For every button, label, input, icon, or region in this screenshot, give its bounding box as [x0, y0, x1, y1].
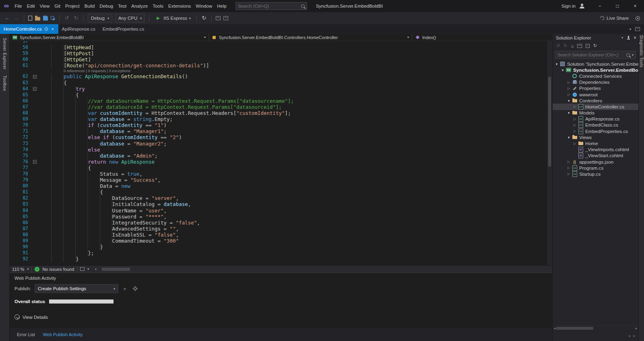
tree-item-home[interactable]: ▷Home	[553, 140, 638, 146]
code-line-82[interactable]: 82DataSource = "server",	[10, 195, 547, 201]
expander-icon[interactable]: ▾	[566, 99, 571, 103]
collapse-region-icon[interactable]: −	[33, 160, 37, 164]
start-debugging-button[interactable]: ▶ IIS Express ▾	[153, 15, 192, 21]
menu-analyze[interactable]: Analyze	[129, 0, 150, 12]
code-line-80[interactable]: 80Data = new	[10, 183, 547, 189]
code-line-76[interactable]: 76−return new ApiResponse	[10, 159, 547, 165]
solution-platform-dropdown[interactable]: Any CPU ▾	[115, 14, 145, 23]
tool-tab-diagnostic-tools[interactable]: Diagnostic Tools	[639, 35, 644, 67]
code-line-57[interactable]: 57	[10, 41, 547, 44]
fold-marker[interactable]: −	[30, 86, 39, 92]
expander-icon[interactable]: ▷	[572, 105, 577, 108]
code-line-70[interactable]: 70if (customIdentity == "1")	[10, 122, 547, 128]
fold-marker[interactable]: −	[30, 159, 39, 165]
tree-item-embedclass-cs[interactable]: ▷EmbedClass.cs	[553, 122, 638, 128]
scrollbar-thumb[interactable]	[556, 327, 593, 330]
editor-vertical-scrollbar[interactable]	[547, 41, 552, 265]
expander-icon[interactable]: ▷	[566, 87, 571, 90]
menu-build[interactable]: Build	[82, 0, 97, 12]
search-input[interactable]	[238, 4, 301, 8]
codelens-indicator[interactable]: 0 references | 0 requests | 0 exceptions	[10, 69, 547, 73]
code-line-81[interactable]: 81{	[10, 189, 547, 195]
close-button[interactable]: ×	[626, 0, 644, 12]
save-icon[interactable]	[43, 16, 48, 21]
code-line-84[interactable]: 84UserName = "user",	[10, 208, 547, 214]
tool-tab-toolbox[interactable]: Toolbox	[2, 75, 7, 91]
tab-homecontroller-cs[interactable]: HomeController.cs×	[0, 24, 58, 34]
code-line-63[interactable]: 63{	[10, 80, 547, 86]
code-line-91[interactable]: 91};	[10, 250, 547, 256]
solution-search-input[interactable]	[557, 52, 624, 57]
code-line-88[interactable]: 88IsEnableSSL = "false",	[10, 232, 547, 238]
tree-item-wwwroot[interactable]: ▷wwwroot	[553, 91, 638, 98]
code-line-73[interactable]: 73database = "Manager2";	[10, 141, 547, 147]
tree-item-viewimports-cshtml[interactable]: _ViewImports.cshtml	[553, 147, 638, 153]
solution-search[interactable]: ▾	[555, 51, 636, 59]
pin-icon[interactable]	[44, 27, 48, 31]
code-line-90[interactable]: 90}	[10, 244, 547, 250]
se-back-icon[interactable]: ↺	[556, 43, 560, 48]
tree-item-connected-services[interactable]: Connected Services	[553, 73, 638, 79]
code-line-66[interactable]: 66//var dataSourceName = HttpContext.Req…	[10, 98, 547, 104]
expander-icon[interactable]: ▷	[572, 129, 577, 133]
code-line-69[interactable]: 69var database = string.Empty;	[10, 116, 547, 122]
tool-tab-server-explorer[interactable]: Server Explorer	[2, 38, 7, 70]
code-line-58[interactable]: 58[HttpHead]	[10, 44, 547, 50]
code-line-79[interactable]: 79Message = "Success",	[10, 177, 547, 183]
expander-icon[interactable]: ▷	[572, 117, 577, 121]
navigate-back-icon[interactable]: ←	[4, 15, 10, 21]
expander-icon[interactable]: ▷	[572, 123, 577, 127]
type-dropdown[interactable]: Syncfusion.Server.EmbedBoldBI.Controller…	[209, 34, 412, 41]
pin-icon[interactable]	[626, 35, 630, 40]
code-window-icon[interactable]	[216, 16, 221, 20]
code-editor[interactable]: 5758[HttpHead]59[HttpPost]60[HttpGet]61[…	[10, 41, 552, 265]
expander-icon[interactable]: ▷	[566, 166, 571, 170]
code-line-92[interactable]: 92}	[10, 256, 547, 262]
code-line-64[interactable]: 64−try	[10, 86, 547, 92]
code-line-60[interactable]: 60[HttpGet]	[10, 56, 547, 62]
scroll-right-icon[interactable]: ▸	[636, 326, 637, 330]
solution-config-dropdown[interactable]: Debug ▾	[88, 14, 112, 23]
document-health-icon[interactable]	[80, 267, 85, 271]
code-line-65[interactable]: 65{	[10, 92, 547, 98]
code-line-75[interactable]: 75database = "Admin";	[10, 153, 547, 159]
open-documents-dropdown-icon[interactable]: ▾	[630, 27, 631, 31]
undo-icon[interactable]: ↺	[64, 15, 70, 21]
editor-horizontal-scrollbar[interactable]: ◂	[93, 266, 552, 272]
tree-item-embedproperties-cs[interactable]: ▷EmbedProperties.cs	[553, 128, 638, 134]
code-line-77[interactable]: 77{	[10, 165, 547, 171]
tree-item-homecontroller-cs[interactable]: ▷HomeController.cs	[553, 104, 638, 110]
panel-tab-web-publish-activity[interactable]: Web Publish Activity	[40, 331, 86, 338]
code-line-67[interactable]: 67//var dataSourceId = HttpContext.Reque…	[10, 104, 547, 110]
tree-item-program-cs[interactable]: ▷Program.cs	[553, 165, 638, 171]
code-line-71[interactable]: 71database = "Manager1";	[10, 128, 547, 134]
expander-icon[interactable]: ▷	[572, 142, 577, 146]
project-dropdown[interactable]: Syncfusion.Server.EmbedBoldBI ▾	[10, 34, 209, 41]
menu-test[interactable]: Test	[116, 0, 129, 12]
view-details-toggle[interactable]: View Details	[14, 314, 552, 320]
menu-file[interactable]: File	[12, 0, 25, 12]
expander-icon[interactable]: ▷	[566, 172, 571, 176]
code-line-89[interactable]: 89CommandTimeout = "300"	[10, 238, 547, 244]
float-window-icon[interactable]	[635, 27, 640, 31]
scroll-right-icon[interactable]: ▸	[633, 334, 635, 338]
expander-icon[interactable]: ▾	[560, 68, 565, 72]
code-line-83[interactable]: 83InitialCatalog = database,	[10, 201, 547, 207]
expander-icon[interactable]: ▾	[554, 62, 559, 66]
tree-item-models[interactable]: ▾Models	[553, 110, 638, 116]
code-line-59[interactable]: 59[HttpPost]	[10, 50, 547, 56]
user-account-icon[interactable]	[579, 3, 585, 9]
menu-help[interactable]: Help	[215, 0, 229, 12]
chevron-down-icon[interactable]: ▾	[87, 267, 89, 271]
issues-status-label[interactable]: No issues found	[42, 267, 74, 272]
code-line-62[interactable]: 62−public ApiResponse GetConnectionDetai…	[10, 73, 547, 79]
code-line-68[interactable]: 68var customIdentity = HttpContext.Reque…	[10, 110, 547, 116]
tree-item-syncfusion-server-embedboldbi[interactable]: ▾Syncfusion.Server.EmbedBoldBI	[553, 67, 638, 73]
code-line-85[interactable]: 85Password = "****",	[10, 214, 547, 220]
menu-project[interactable]: Project	[63, 0, 82, 12]
hot-reload-icon[interactable]: ↻	[201, 15, 207, 21]
expander-icon[interactable]: ▷	[566, 160, 571, 164]
menu-debug[interactable]: Debug	[97, 0, 116, 12]
navigate-forward-icon[interactable]: →	[13, 15, 20, 21]
scrollbar-thumb[interactable]	[548, 77, 551, 166]
